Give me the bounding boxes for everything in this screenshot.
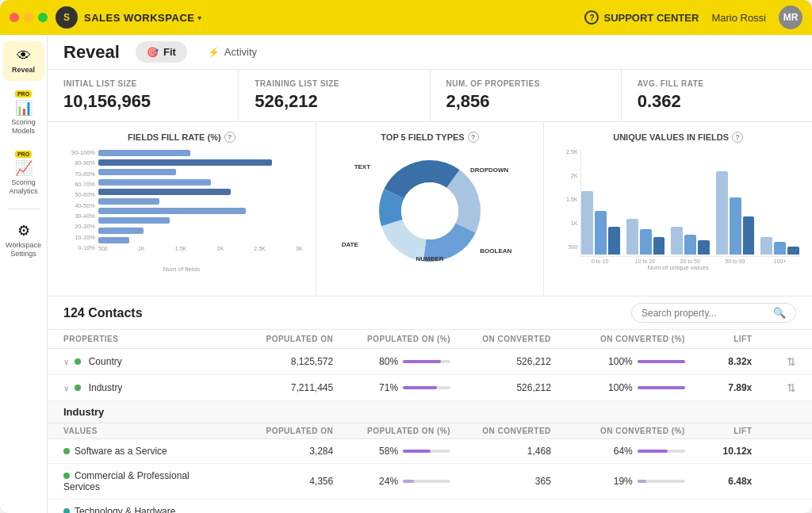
tech-lift: 2.21x: [701, 500, 768, 514]
workspace-name[interactable]: SALES WORKSPACE: [84, 12, 194, 24]
bar-fill-5: [98, 198, 159, 205]
filter-icon[interactable]: ⇅: [787, 355, 796, 368]
main-layout: 👁 Reveal PRO 📊 Scoring Models PRO 📈 Scor…: [0, 35, 812, 513]
bar-row-3: [98, 178, 303, 186]
pro-badge-2: PRO: [15, 151, 32, 158]
metric-initial-list-label: INITIAL LIST SIZE: [63, 79, 222, 88]
tab-activity[interactable]: ⚡ Activity: [197, 41, 268, 63]
workspace-chevron-icon[interactable]: ▾: [197, 13, 201, 22]
tab-fit-label: Fit: [163, 46, 176, 58]
industry-filter[interactable]: ⇅: [768, 375, 812, 401]
table-row: ∨ Industry 7,211,445 71%: [48, 375, 812, 401]
donut-chart: TEXT DROPDOWN BOOLEAN NUMBER DATE: [329, 149, 531, 272]
contacts-count: 124 Contacts: [63, 306, 143, 320]
y-label-3: 60-70%: [75, 181, 95, 188]
uv-y-4: 500: [569, 244, 578, 250]
y-label-0: 90-100%: [71, 149, 95, 156]
chart-unique-values: UNIQUE VALUES IN FIELDS ? 2.5K 2K 1.5K 1…: [544, 122, 812, 296]
industry-populated-pct: 71%: [349, 375, 466, 401]
filter-icon-2[interactable]: ⇅: [787, 381, 796, 394]
sidebar-item-reveal-label: Reveal: [12, 66, 35, 75]
donut-label-text: TEXT: [354, 163, 370, 170]
help-icon[interactable]: ?: [224, 132, 236, 143]
uv-bar-4-1: [774, 242, 786, 255]
tech-name: Technology & Hardware Equipment: [48, 500, 232, 514]
sidebar-item-reveal[interactable]: 👁 Reveal: [3, 41, 44, 81]
bar-row-9: [98, 236, 303, 244]
minimize-button[interactable]: [24, 13, 33, 22]
donut-label-number: NUMBER: [416, 255, 443, 262]
industry-converted-bar: [638, 386, 685, 389]
help-icon-2[interactable]: ?: [468, 132, 479, 143]
col-properties: PROPERTIES: [48, 330, 232, 349]
sidebar-divider: [8, 209, 40, 209]
sidebar-item-workspace-settings[interactable]: ⚙ Workspace Settings: [3, 216, 44, 265]
metric-training-list-label: TRAINING LIST SIZE: [255, 79, 413, 88]
bar-row-4: [98, 188, 303, 196]
bar-row-6: [98, 207, 303, 215]
bar-row-8: [98, 227, 303, 235]
metric-fill-rate-value: 0.362: [638, 91, 796, 112]
support-center-button[interactable]: ? SUPPORT CENTER: [584, 10, 699, 25]
bar-row-5: [98, 197, 303, 205]
tab-fit[interactable]: 🎯 Fit: [136, 41, 187, 63]
sidebar-item-scoring-analytics[interactable]: PRO 📈 Scoring Analytics: [3, 144, 44, 202]
metric-fill-rate-label: AVG. FILL RATE: [638, 79, 796, 88]
search-input[interactable]: [642, 308, 768, 319]
country-property: ∨ Country: [48, 349, 232, 375]
sidebar-item-scoring-models[interactable]: PRO 📊 Scoring Models: [3, 84, 44, 142]
col-populated-on: POPULATED ON: [232, 330, 349, 349]
bar-chart-x-axis-label: Num of fields: [60, 266, 303, 273]
topbar: S SALES WORKSPACE ▾ ? SUPPORT CENTER Mar…: [0, 0, 812, 35]
sub-col-on-converted-pct: ON CONVERTED (%): [567, 423, 701, 439]
industry-sub-row-0: Software as a Service 3,284 58% 1,468: [48, 439, 812, 464]
close-button[interactable]: [10, 13, 19, 22]
country-on-converted: 526,212: [466, 349, 567, 375]
uv-x-labels: 0 to 10 10 to 20 20 to 50 50 to 99 100+: [580, 258, 799, 264]
uv-group-0: [581, 191, 620, 255]
y-label-1: 80-90%: [75, 159, 95, 167]
industry-populated-on: 7,211,445: [232, 375, 349, 401]
tech-populated-on: 2,856: [232, 500, 349, 514]
sub-col-empty: [768, 423, 812, 439]
y-label-6: 30-40%: [75, 212, 95, 220]
expand-icon-industry[interactable]: ∨: [63, 384, 69, 392]
reveal-icon: 👁: [17, 48, 31, 64]
app-logo: S: [56, 6, 78, 29]
commercial-populated-pct: 24%: [349, 464, 466, 500]
search-box[interactable]: 🔍: [631, 303, 796, 323]
subheader: Reveal 🎯 Fit ⚡ Activity: [48, 35, 812, 70]
bar-chart-x-labels: 500 1K 1.5K 2K 2.5K 3K: [98, 246, 303, 251]
industry-breakdown-title: Industry: [48, 401, 812, 423]
country-filter[interactable]: ⇅: [768, 349, 812, 375]
industry-dot: [75, 385, 81, 391]
fit-icon: 🎯: [147, 47, 159, 58]
metric-num-properties: NUM. OF PROPERTIES 2,856: [431, 70, 622, 121]
bar-fill-3: [98, 179, 211, 186]
table-body: ∨ Country 8,125,572 80%: [48, 349, 812, 514]
uv-y-3: 1K: [571, 220, 578, 226]
help-icon-3[interactable]: ?: [732, 132, 743, 143]
saas-on-converted-pct: 64%: [567, 439, 701, 464]
pro-badge: PRO: [15, 90, 32, 98]
topbar-right: ? SUPPORT CENTER Mario Rossi MR: [584, 6, 802, 29]
x-label-0: 500: [98, 246, 108, 251]
bar-fill-9: [98, 237, 129, 243]
tech-populated-pct: 8%: [349, 500, 466, 514]
avatar[interactable]: MR: [779, 6, 802, 29]
y-label-8: 10-20%: [75, 234, 95, 241]
x-label-2: 1.5K: [175, 246, 186, 251]
traffic-lights: [10, 13, 48, 22]
country-populated-on: 8,125,572: [232, 349, 349, 375]
chart-top5-field-types: TOP 5 FIELD TYPES ?: [316, 122, 545, 296]
donut-label-date: DATE: [342, 241, 358, 248]
y-label-4: 50-60%: [75, 191, 95, 198]
table-row: ∨ Country 8,125,572 80%: [48, 349, 812, 375]
sub-col-on-converted: ON CONVERTED: [466, 423, 567, 439]
tab-activity-label: Activity: [224, 46, 257, 58]
uv-bar-4-2: [787, 247, 799, 255]
user-name: Mario Rossi: [711, 12, 766, 24]
col-populated-pct: POPULATED ON (%): [349, 330, 466, 349]
expand-icon[interactable]: ∨: [63, 358, 69, 366]
maximize-button[interactable]: [38, 13, 48, 22]
